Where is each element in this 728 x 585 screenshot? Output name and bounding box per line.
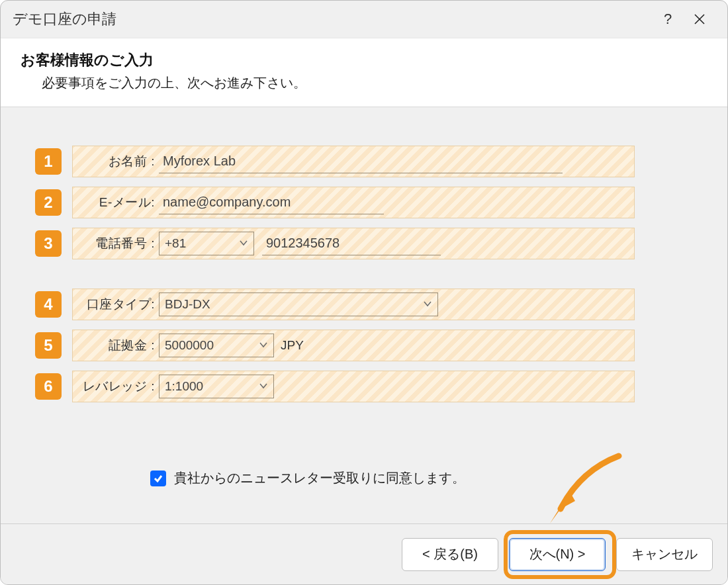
chevron-down-icon xyxy=(259,379,268,394)
chevron-down-icon xyxy=(259,338,268,353)
consent-label: 貴社からのニュースレター受取りに同意します。 xyxy=(174,469,465,487)
label-email: E-メール: xyxy=(73,194,159,211)
deposit-select[interactable]: 5000000 xyxy=(159,334,274,357)
step-badge-2: 2 xyxy=(35,189,62,216)
cancel-button[interactable]: キャンセル xyxy=(616,538,713,571)
svg-marker-2 xyxy=(550,492,575,523)
name-input[interactable] xyxy=(159,150,563,173)
field-strip-deposit: 証拠金 : 5000000 JPY xyxy=(72,330,635,361)
help-icon: ? xyxy=(664,11,672,28)
country-code-select[interactable]: +81 xyxy=(159,232,254,255)
step-badge-1: 1 xyxy=(35,148,62,175)
phone-input[interactable] xyxy=(262,232,441,255)
next-button-label: 次へ(N) > xyxy=(529,545,586,563)
leverage-value: 1:1000 xyxy=(165,379,255,394)
row-email: 2 E-メール: xyxy=(35,187,635,218)
row-phone: 3 電話番号 : +81 xyxy=(35,228,635,259)
window-title: デモ口座の申請 xyxy=(13,9,116,29)
subheader-title: お客様情報のご入力 xyxy=(21,50,707,70)
chevron-down-icon xyxy=(423,297,432,312)
titlebar: デモ口座の申請 ? xyxy=(1,1,727,38)
label-name: お名前 : xyxy=(73,153,159,170)
country-code-value: +81 xyxy=(165,236,235,251)
close-icon xyxy=(693,13,706,26)
annotation-arrow-icon xyxy=(541,452,627,531)
email-input[interactable] xyxy=(159,191,384,214)
label-account-type: 口座タイプ: xyxy=(73,296,159,313)
step-badge-4: 4 xyxy=(35,291,62,318)
consent-checkbox[interactable] xyxy=(150,471,166,486)
help-button[interactable]: ? xyxy=(652,1,684,38)
back-button[interactable]: < 戻る(B) xyxy=(402,538,498,571)
row-name: 1 お名前 : xyxy=(35,146,635,177)
row-deposit: 5 証拠金 : 5000000 JPY xyxy=(35,330,635,361)
deposit-value: 5000000 xyxy=(165,338,255,353)
next-button[interactable]: 次へ(N) > xyxy=(509,538,606,571)
currency-label: JPY xyxy=(281,338,304,353)
cancel-button-label: キャンセル xyxy=(631,545,698,563)
chevron-down-icon xyxy=(239,236,248,251)
account-type-select[interactable]: BDJ-DX xyxy=(159,292,438,316)
account-type-value: BDJ-DX xyxy=(165,297,419,312)
subheader: お客様情報のご入力 必要事項をご入力の上、次へお進み下さい。 xyxy=(1,38,727,107)
row-leverage: 6 レバレッジ : 1:1000 xyxy=(35,371,635,402)
field-strip-account-type: 口座タイプ: BDJ-DX xyxy=(72,289,635,320)
step-badge-5: 5 xyxy=(35,332,62,359)
step-badge-6: 6 xyxy=(35,373,62,400)
form-area: 1 お名前 : 2 E-メール: 3 電話番号 : +81 xyxy=(1,107,727,402)
dialog-window: デモ口座の申請 ? お客様情報のご入力 必要事項をご入力の上、次へお進み下さい。… xyxy=(0,0,728,585)
field-strip-email: E-メール: xyxy=(72,187,635,218)
row-account-type: 4 口座タイプ: BDJ-DX xyxy=(35,289,635,320)
leverage-select[interactable]: 1:1000 xyxy=(159,375,274,398)
label-phone: 電話番号 : xyxy=(73,235,159,252)
field-strip-phone: 電話番号 : +81 xyxy=(72,228,635,259)
subheader-description: 必要事項をご入力の上、次へお進み下さい。 xyxy=(21,74,707,92)
label-deposit: 証拠金 : xyxy=(73,337,159,354)
field-strip-name: お名前 : xyxy=(72,146,635,177)
check-icon xyxy=(153,473,163,484)
label-leverage: レバレッジ : xyxy=(73,378,159,395)
newsletter-consent[interactable]: 貴社からのニュースレター受取りに同意します。 xyxy=(150,469,465,487)
step-badge-3: 3 xyxy=(35,230,62,257)
back-button-label: < 戻る(B) xyxy=(422,545,478,563)
dialog-footer: < 戻る(B) 次へ(N) > キャンセル xyxy=(1,523,727,584)
field-strip-leverage: レバレッジ : 1:1000 xyxy=(72,371,635,402)
close-button[interactable] xyxy=(684,1,715,38)
